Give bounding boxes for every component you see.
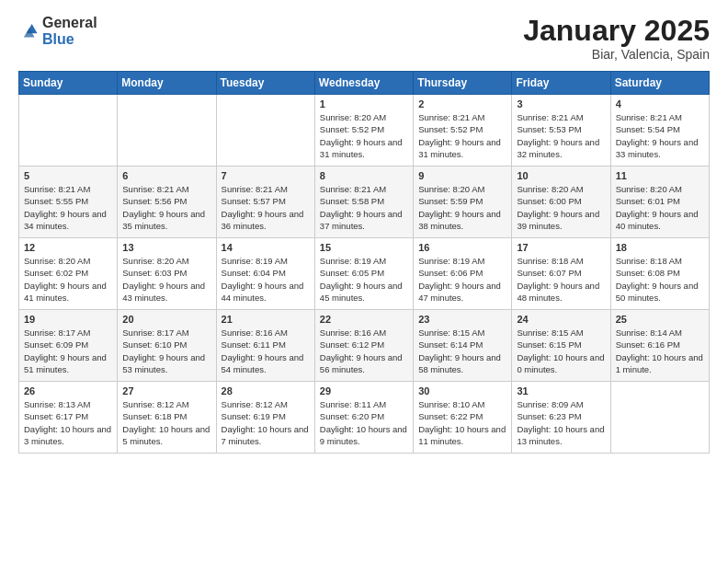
calendar-cell: 28Sunrise: 8:12 AM Sunset: 6:19 PM Dayli… bbox=[216, 382, 314, 454]
calendar-cell: 3Sunrise: 8:21 AM Sunset: 5:53 PM Daylig… bbox=[512, 95, 610, 167]
calendar-cell: 18Sunrise: 8:18 AM Sunset: 6:08 PM Dayli… bbox=[610, 238, 709, 310]
calendar-cell: 26Sunrise: 8:13 AM Sunset: 6:17 PM Dayli… bbox=[19, 382, 118, 454]
day-number: 8 bbox=[320, 170, 408, 181]
day-info: Sunrise: 8:13 AM Sunset: 6:17 PM Dayligh… bbox=[24, 398, 112, 447]
calendar-cell: 10Sunrise: 8:20 AM Sunset: 6:00 PM Dayli… bbox=[512, 167, 610, 238]
day-info: Sunrise: 8:12 AM Sunset: 6:19 PM Dayligh… bbox=[222, 398, 310, 447]
day-info: Sunrise: 8:14 AM Sunset: 6:16 PM Dayligh… bbox=[616, 327, 704, 375]
weekday-header: Thursday bbox=[414, 72, 512, 95]
header: General Blue January 2025 Biar, Valencia… bbox=[18, 15, 710, 62]
weekday-header: Friday bbox=[512, 72, 610, 95]
calendar-cell: 27Sunrise: 8:12 AM Sunset: 6:18 PM Dayli… bbox=[118, 382, 216, 454]
day-info: Sunrise: 8:12 AM Sunset: 6:18 PM Dayligh… bbox=[122, 398, 210, 447]
day-info: Sunrise: 8:18 AM Sunset: 6:08 PM Dayligh… bbox=[616, 255, 704, 304]
logo-blue: Blue bbox=[42, 31, 74, 47]
logo-text: General Blue bbox=[42, 15, 97, 47]
day-number: 28 bbox=[222, 385, 310, 396]
day-number: 10 bbox=[517, 170, 605, 181]
day-info: Sunrise: 8:20 AM Sunset: 5:59 PM Dayligh… bbox=[418, 183, 506, 232]
day-info: Sunrise: 8:16 AM Sunset: 6:11 PM Dayligh… bbox=[222, 327, 310, 375]
calendar-subtitle: Biar, Valencia, Spain bbox=[523, 47, 710, 62]
calendar-cell: 2Sunrise: 8:21 AM Sunset: 5:52 PM Daylig… bbox=[414, 95, 512, 167]
calendar-cell: 6Sunrise: 8:21 AM Sunset: 5:56 PM Daylig… bbox=[118, 167, 216, 238]
day-info: Sunrise: 8:10 AM Sunset: 6:22 PM Dayligh… bbox=[418, 398, 506, 447]
calendar-cell: 19Sunrise: 8:17 AM Sunset: 6:09 PM Dayli… bbox=[19, 310, 118, 382]
day-number: 20 bbox=[122, 314, 210, 325]
day-info: Sunrise: 8:09 AM Sunset: 6:23 PM Dayligh… bbox=[517, 398, 605, 447]
calendar-cell bbox=[216, 95, 314, 167]
day-number: 26 bbox=[24, 385, 112, 396]
day-number: 31 bbox=[517, 385, 605, 396]
weekday-header: Tuesday bbox=[216, 72, 314, 95]
page: General Blue January 2025 Biar, Valencia… bbox=[0, 0, 728, 563]
day-info: Sunrise: 8:17 AM Sunset: 6:10 PM Dayligh… bbox=[122, 327, 210, 375]
calendar-cell: 7Sunrise: 8:21 AM Sunset: 5:57 PM Daylig… bbox=[216, 167, 314, 238]
day-info: Sunrise: 8:19 AM Sunset: 6:06 PM Dayligh… bbox=[418, 255, 506, 304]
day-number: 25 bbox=[616, 314, 704, 325]
calendar-cell: 1Sunrise: 8:20 AM Sunset: 5:52 PM Daylig… bbox=[314, 95, 413, 167]
calendar-cell: 22Sunrise: 8:16 AM Sunset: 6:12 PM Dayli… bbox=[314, 310, 413, 382]
day-info: Sunrise: 8:21 AM Sunset: 5:54 PM Dayligh… bbox=[616, 111, 704, 160]
day-number: 18 bbox=[616, 242, 704, 253]
day-number: 16 bbox=[418, 242, 506, 253]
day-info: Sunrise: 8:21 AM Sunset: 5:56 PM Dayligh… bbox=[122, 183, 210, 232]
day-number: 9 bbox=[418, 170, 506, 181]
day-info: Sunrise: 8:18 AM Sunset: 6:07 PM Dayligh… bbox=[517, 255, 605, 304]
day-number: 21 bbox=[222, 314, 310, 325]
day-info: Sunrise: 8:20 AM Sunset: 6:01 PM Dayligh… bbox=[616, 183, 704, 232]
calendar-cell: 25Sunrise: 8:14 AM Sunset: 6:16 PM Dayli… bbox=[610, 310, 709, 382]
day-info: Sunrise: 8:19 AM Sunset: 6:05 PM Dayligh… bbox=[320, 255, 408, 304]
day-info: Sunrise: 8:21 AM Sunset: 5:55 PM Dayligh… bbox=[24, 183, 112, 232]
calendar-week-row: 5Sunrise: 8:21 AM Sunset: 5:55 PM Daylig… bbox=[19, 167, 710, 238]
day-info: Sunrise: 8:17 AM Sunset: 6:09 PM Dayligh… bbox=[24, 327, 112, 375]
weekday-header: Saturday bbox=[610, 72, 709, 95]
day-number: 30 bbox=[418, 385, 506, 396]
calendar-cell: 9Sunrise: 8:20 AM Sunset: 5:59 PM Daylig… bbox=[414, 167, 512, 238]
day-number: 29 bbox=[320, 385, 408, 396]
day-number: 12 bbox=[24, 242, 112, 253]
day-number: 15 bbox=[320, 242, 408, 253]
calendar-cell: 31Sunrise: 8:09 AM Sunset: 6:23 PM Dayli… bbox=[512, 382, 610, 454]
calendar-cell: 13Sunrise: 8:20 AM Sunset: 6:03 PM Dayli… bbox=[118, 238, 216, 310]
calendar-cell: 4Sunrise: 8:21 AM Sunset: 5:54 PM Daylig… bbox=[610, 95, 709, 167]
day-info: Sunrise: 8:20 AM Sunset: 5:52 PM Dayligh… bbox=[320, 111, 408, 160]
calendar-cell: 17Sunrise: 8:18 AM Sunset: 6:07 PM Dayli… bbox=[512, 238, 610, 310]
calendar-cell: 29Sunrise: 8:11 AM Sunset: 6:20 PM Dayli… bbox=[314, 382, 413, 454]
day-number: 13 bbox=[122, 242, 210, 253]
calendar-week-row: 1Sunrise: 8:20 AM Sunset: 5:52 PM Daylig… bbox=[19, 95, 710, 167]
day-number: 2 bbox=[418, 98, 506, 109]
day-info: Sunrise: 8:19 AM Sunset: 6:04 PM Dayligh… bbox=[222, 255, 310, 304]
calendar-title: January 2025 bbox=[523, 15, 710, 47]
day-number: 23 bbox=[418, 314, 506, 325]
calendar-cell bbox=[118, 95, 216, 167]
day-number: 1 bbox=[320, 98, 408, 109]
calendar-week-row: 26Sunrise: 8:13 AM Sunset: 6:17 PM Dayli… bbox=[19, 382, 710, 454]
day-info: Sunrise: 8:16 AM Sunset: 6:12 PM Dayligh… bbox=[320, 327, 408, 375]
calendar-cell: 20Sunrise: 8:17 AM Sunset: 6:10 PM Dayli… bbox=[118, 310, 216, 382]
logo-icon bbox=[18, 21, 39, 41]
day-number: 22 bbox=[320, 314, 408, 325]
day-number: 4 bbox=[616, 98, 704, 109]
calendar-cell: 11Sunrise: 8:20 AM Sunset: 6:01 PM Dayli… bbox=[610, 167, 709, 238]
day-info: Sunrise: 8:11 AM Sunset: 6:20 PM Dayligh… bbox=[320, 398, 408, 447]
day-number: 5 bbox=[24, 170, 112, 181]
day-number: 17 bbox=[517, 242, 605, 253]
calendar-table: SundayMondayTuesdayWednesdayThursdayFrid… bbox=[18, 71, 710, 454]
calendar-cell: 23Sunrise: 8:15 AM Sunset: 6:14 PM Dayli… bbox=[414, 310, 512, 382]
day-number: 11 bbox=[616, 170, 704, 181]
day-info: Sunrise: 8:20 AM Sunset: 6:02 PM Dayligh… bbox=[24, 255, 112, 304]
day-info: Sunrise: 8:20 AM Sunset: 6:00 PM Dayligh… bbox=[517, 183, 605, 232]
calendar-cell bbox=[610, 382, 709, 454]
day-number: 24 bbox=[517, 314, 605, 325]
calendar-week-row: 19Sunrise: 8:17 AM Sunset: 6:09 PM Dayli… bbox=[19, 310, 710, 382]
logo-general: General bbox=[42, 15, 97, 30]
day-number: 27 bbox=[122, 385, 210, 396]
title-block: January 2025 Biar, Valencia, Spain bbox=[523, 15, 710, 62]
calendar-cell bbox=[19, 95, 118, 167]
calendar-cell: 5Sunrise: 8:21 AM Sunset: 5:55 PM Daylig… bbox=[19, 167, 118, 238]
calendar-week-row: 12Sunrise: 8:20 AM Sunset: 6:02 PM Dayli… bbox=[19, 238, 710, 310]
logo: General Blue bbox=[18, 15, 97, 47]
calendar-cell: 30Sunrise: 8:10 AM Sunset: 6:22 PM Dayli… bbox=[414, 382, 512, 454]
day-number: 19 bbox=[24, 314, 112, 325]
calendar-cell: 8Sunrise: 8:21 AM Sunset: 5:58 PM Daylig… bbox=[314, 167, 413, 238]
